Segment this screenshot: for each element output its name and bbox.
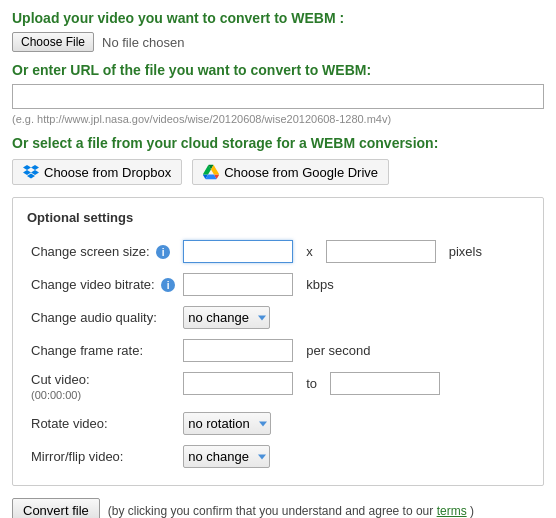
frame-rate-input[interactable] xyxy=(183,339,293,362)
audio-quality-select[interactable]: no change low normal high xyxy=(183,306,270,329)
video-bitrate-info-icon[interactable]: i xyxy=(161,278,175,292)
svg-marker-0 xyxy=(23,165,31,170)
bottom-row: Convert file (by clicking you confirm th… xyxy=(12,498,544,518)
svg-marker-2 xyxy=(23,170,31,175)
audio-quality-select-container: no change low normal high xyxy=(183,306,270,329)
upload-title: Upload your video you want to convert to… xyxy=(12,10,544,26)
per-second-label: per second xyxy=(306,343,370,358)
url-title: Or enter URL of the file you want to con… xyxy=(12,62,544,78)
choose-file-button[interactable]: Choose File xyxy=(12,32,94,52)
mirror-label: Mirror/flip video: xyxy=(31,449,123,464)
cloud-section: Or select a file from your cloud storage… xyxy=(12,135,544,185)
url-section: Or enter URL of the file you want to con… xyxy=(12,62,544,125)
frame-rate-label: Change frame rate: xyxy=(31,343,143,358)
cut-video-hint: (00:00:00) xyxy=(31,389,81,401)
cut-video-label: Cut video: xyxy=(31,372,90,387)
optional-settings-box: Optional settings Change screen size: i … xyxy=(12,197,544,486)
svg-marker-3 xyxy=(31,170,39,175)
video-bitrate-input[interactable] xyxy=(183,273,293,296)
optional-settings-title: Optional settings xyxy=(27,210,529,225)
convert-file-button[interactable]: Convert file xyxy=(12,498,100,518)
svg-marker-1 xyxy=(31,165,39,170)
screen-size-label: Change screen size: xyxy=(31,244,150,259)
url-example: (e.g. http://www.jpl.nasa.gov/videos/wis… xyxy=(12,113,544,125)
screen-size-row: Change screen size: i x pixels xyxy=(27,235,529,268)
dropbox-icon xyxy=(23,164,39,180)
gdrive-label: Choose from Google Drive xyxy=(224,165,378,180)
screen-size-info-icon[interactable]: i xyxy=(156,245,170,259)
audio-quality-row: Change audio quality: no change low norm… xyxy=(27,301,529,334)
gdrive-button[interactable]: Choose from Google Drive xyxy=(192,159,389,185)
terms-link[interactable]: terms xyxy=(437,504,467,518)
frame-rate-row: Change frame rate: per second xyxy=(27,334,529,367)
mirror-select[interactable]: no change horizontal vertical xyxy=(183,445,270,468)
rotate-select-container: no rotation 90° 180° 270° xyxy=(183,412,271,435)
no-file-text: No file chosen xyxy=(102,35,184,50)
to-label: to xyxy=(306,376,317,391)
svg-marker-4 xyxy=(27,174,35,179)
audio-quality-label: Change audio quality: xyxy=(31,310,157,325)
pixels-label: pixels xyxy=(449,244,482,259)
kbps-label: kbps xyxy=(306,277,333,292)
video-bitrate-row: Change video bitrate: i kbps xyxy=(27,268,529,301)
cut-start-input[interactable] xyxy=(183,372,293,395)
rotate-select[interactable]: no rotation 90° 180° 270° xyxy=(183,412,271,435)
cut-video-row: Cut video: (00:00:00) to xyxy=(27,367,529,407)
upload-section: Upload your video you want to convert to… xyxy=(12,10,544,52)
cut-end-input[interactable] xyxy=(330,372,440,395)
mirror-select-container: no change horizontal vertical xyxy=(183,445,270,468)
mirror-row: Mirror/flip video: no change horizontal … xyxy=(27,440,529,473)
gdrive-icon xyxy=(203,164,219,180)
screen-height-input[interactable] xyxy=(326,240,436,263)
settings-table: Change screen size: i x pixels Change vi… xyxy=(27,235,529,473)
terms-text: (by clicking you confirm that you unders… xyxy=(108,504,474,518)
rotate-label: Rotate video: xyxy=(31,416,108,431)
video-bitrate-label: Change video bitrate: xyxy=(31,277,155,292)
screen-width-input[interactable] xyxy=(183,240,293,263)
dropbox-button[interactable]: Choose from Dropbox xyxy=(12,159,182,185)
rotate-row: Rotate video: no rotation 90° 180° 270° xyxy=(27,407,529,440)
x-separator: x xyxy=(306,244,313,259)
dropbox-label: Choose from Dropbox xyxy=(44,165,171,180)
url-input[interactable] xyxy=(12,84,544,109)
cloud-title: Or select a file from your cloud storage… xyxy=(12,135,544,151)
